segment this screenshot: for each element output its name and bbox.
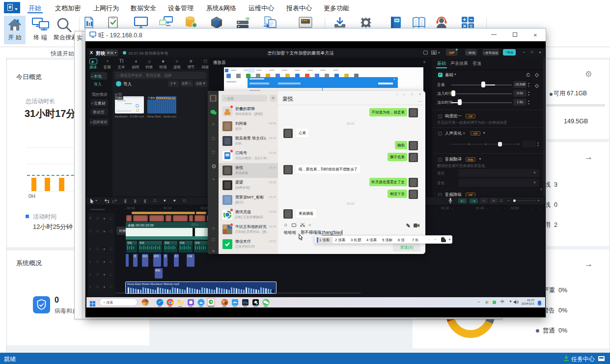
svg-text:Ps: Ps	[243, 301, 248, 305]
